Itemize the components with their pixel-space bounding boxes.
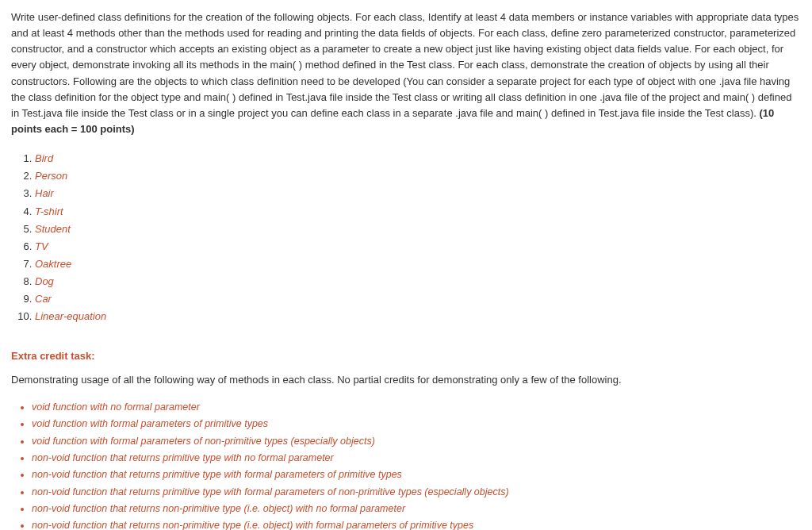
class-name: Dog [35,275,54,287]
method-item: non-void function that returns primitive… [32,484,801,501]
list-item: Linear-equation [35,308,801,325]
list-item: Car [35,290,801,308]
class-list: Bird Person Hair T-shirt Student TV Oakt… [35,150,801,325]
extra-credit-title: Extra credit task: [11,348,801,364]
list-item: Dog [35,273,801,290]
list-item: TV [35,238,801,255]
list-item: Person [35,167,801,185]
class-name: Bird [35,152,53,164]
method-item: void function with no formal parameter [32,399,801,416]
method-item: non-void function that returns non-primi… [32,501,801,517]
list-item: Bird [35,150,801,167]
assignment-description: Write user-defined class definitions for… [11,10,801,137]
list-item: Oaktree [35,255,801,273]
class-name: Student [35,223,71,235]
class-name: TV [35,240,48,252]
class-name: Person [35,170,67,182]
method-item: non-void function that returns non-primi… [32,517,801,530]
list-item: Student [35,221,801,238]
method-item: non-void function that returns primitive… [32,467,801,483]
class-name: Hair [35,187,54,199]
class-name: Linear-equation [35,310,106,322]
method-item: void function with formal parameters of … [32,416,801,432]
method-item: non-void function that returns primitive… [32,450,801,467]
class-name: Car [35,293,52,305]
list-item: T-shirt [35,203,801,221]
class-name: Oaktree [35,258,71,270]
class-name: T-shirt [35,205,63,217]
method-item: void function with formal parameters of … [32,433,801,450]
extra-credit-description: Demonstrating usage of all the following… [11,372,801,388]
description-text: Write user-defined class definitions for… [11,11,799,119]
method-list: void function with no formal parameter v… [32,399,801,530]
list-item: Hair [35,185,801,202]
